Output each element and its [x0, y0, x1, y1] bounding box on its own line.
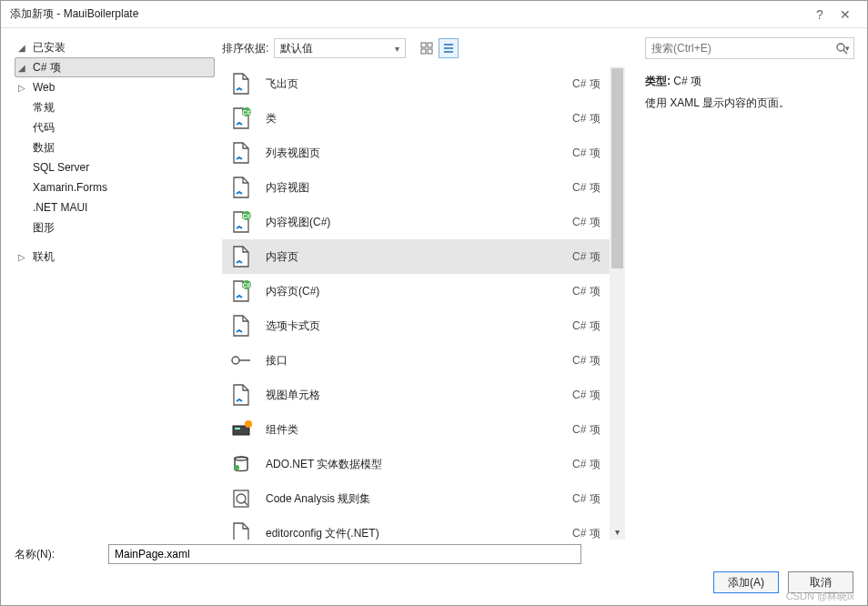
template-item[interactable]: ADO.NET 实体数据模型C# 项: [222, 447, 625, 481]
xaml-icon: [229, 383, 253, 407]
view-grid-button[interactable]: [417, 38, 437, 58]
xaml-icon: [229, 176, 253, 199]
template-item[interactable]: 接口C# 项: [222, 343, 625, 378]
template-item[interactable]: 飞出页C# 项: [222, 66, 625, 101]
chevron-down-icon: ▾: [395, 44, 399, 54]
template-item[interactable]: 选项卡式页C# 项: [222, 308, 625, 343]
sort-dropdown[interactable]: 默认值 ▾: [274, 38, 406, 58]
template-item[interactable]: C#内容页(C#)C# 项: [222, 274, 625, 308]
cs-icon: C#: [229, 210, 253, 234]
interface-icon: [229, 348, 253, 372]
template-name: ADO.NET 实体数据模型: [266, 457, 572, 472]
chevron-right-icon: ▷: [18, 252, 31, 262]
chevron-down-icon: ◢: [18, 63, 31, 73]
name-label: 名称(N):: [15, 547, 101, 562]
sort-label: 排序依据:: [222, 41, 268, 56]
template-item[interactable]: 内容页C# 项: [222, 239, 625, 274]
xaml-icon: [229, 314, 253, 338]
template-item[interactable]: 组件类C# 项: [222, 412, 625, 447]
scroll-down-icon[interactable]: ▾: [610, 524, 625, 540]
svg-point-13: [232, 357, 239, 364]
tree-item[interactable]: ◢C# 项: [15, 57, 215, 77]
name-input[interactable]: [108, 544, 581, 564]
template-name: 视图单元格: [266, 388, 572, 403]
watermark: CSDN @林晓lx: [786, 590, 854, 603]
xaml-icon: [229, 72, 253, 96]
tree-item[interactable]: 代码: [15, 117, 215, 137]
component-icon: [229, 418, 253, 441]
sidebar: ◢ 已安装 ◢C# 项▷Web常规代码数据SQL ServerXamarin.F…: [1, 28, 215, 540]
svg-rect-16: [235, 428, 240, 429]
svg-rect-1: [428, 43, 432, 47]
analysis-icon: [229, 487, 253, 510]
svg-point-19: [234, 465, 239, 470]
svg-point-18: [235, 457, 247, 460]
file-icon: [229, 521, 253, 540]
tree-item[interactable]: 图形: [15, 217, 215, 237]
template-item[interactable]: 视图单元格C# 项: [222, 378, 625, 412]
template-item[interactable]: editorconfig 文件(.NET)C# 项: [222, 516, 625, 540]
template-item[interactable]: 内容视图C# 项: [222, 170, 625, 205]
cs-icon: C#: [229, 279, 253, 303]
template-item[interactable]: C#内容视图(C#)C# 项: [222, 205, 625, 239]
search-input[interactable]: [646, 42, 832, 55]
tree-item[interactable]: SQL Server: [15, 157, 215, 177]
svg-point-17: [245, 420, 252, 428]
scrollbar[interactable]: ▾: [610, 66, 625, 540]
tree-item[interactable]: Xamarin.Forms: [15, 177, 215, 197]
scrollbar-thumb[interactable]: [611, 68, 623, 268]
template-name: 列表视图页: [266, 146, 572, 161]
template-name: 内容页(C#): [266, 284, 572, 299]
template-name: 选项卡式页: [266, 318, 572, 334]
template-name: 接口: [266, 353, 572, 369]
svg-text:C#: C#: [243, 109, 251, 116]
help-icon[interactable]: ?: [807, 7, 833, 22]
svg-text:C#: C#: [243, 282, 251, 288]
template-name: editorconfig 文件(.NET): [266, 526, 572, 540]
tree-installed[interactable]: ◢ 已安装: [15, 37, 215, 57]
tree-item[interactable]: ▷Web: [15, 77, 215, 97]
tree-item[interactable]: 常规: [15, 97, 215, 117]
tree-item[interactable]: 数据: [15, 137, 215, 157]
template-item[interactable]: Code Analysis 规则集C# 项: [222, 481, 625, 516]
chevron-down-icon: ◢: [18, 43, 31, 53]
close-icon[interactable]: ✕: [833, 7, 858, 22]
template-name: 内容视图: [266, 180, 572, 196]
ado-icon: [229, 452, 253, 476]
template-name: 飞出页: [266, 76, 572, 92]
template-name: 内容页: [266, 249, 572, 265]
chevron-right-icon: ▷: [18, 83, 31, 93]
xaml-icon: [229, 141, 253, 165]
template-item[interactable]: C#类C# 项: [222, 101, 625, 136]
search-icon[interactable]: ▾: [832, 38, 853, 58]
svg-rect-0: [421, 43, 426, 47]
template-name: 内容视图(C#): [266, 215, 572, 230]
tree-item[interactable]: .NET MAUI: [15, 197, 215, 217]
template-name: 组件类: [266, 422, 572, 438]
tree-online[interactable]: ▷ 联机: [15, 247, 215, 267]
svg-text:C#: C#: [243, 213, 251, 219]
cs-icon: C#: [229, 106, 253, 130]
details-desc: 使用 XAML 显示内容的页面。: [645, 94, 854, 112]
window-title: 添加新项 - MauiBoilerplate: [10, 6, 807, 22]
svg-rect-2: [421, 49, 426, 54]
template-name: Code Analysis 规则集: [266, 491, 572, 507]
svg-point-23: [837, 44, 844, 51]
svg-rect-3: [428, 49, 432, 54]
svg-line-22: [244, 501, 247, 505]
add-button[interactable]: 添加(A): [713, 571, 779, 593]
template-item[interactable]: 列表视图页C# 项: [222, 136, 625, 170]
xaml-icon: [229, 245, 253, 268]
template-name: 类: [266, 111, 572, 126]
details-type: 类型: C# 项: [645, 72, 854, 90]
view-list-button[interactable]: [439, 38, 459, 58]
